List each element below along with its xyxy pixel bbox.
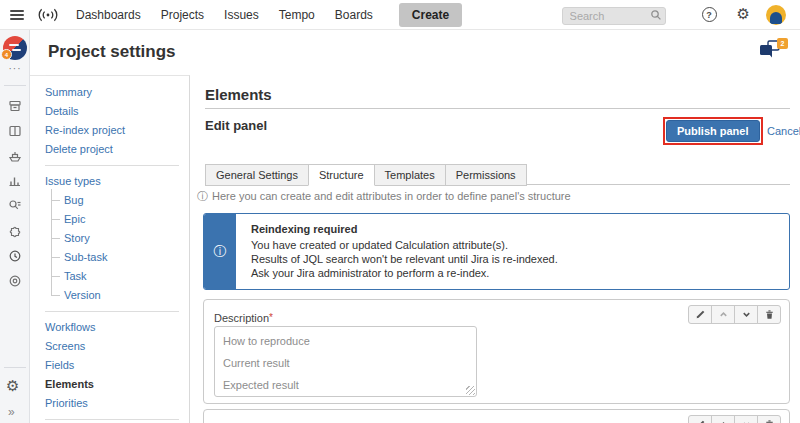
textarea-line: How to reproduce <box>223 330 468 352</box>
cancel-link[interactable]: Cancel <box>767 125 800 137</box>
menu-item-bug[interactable]: Bug <box>64 191 179 210</box>
menu-divider <box>45 311 179 312</box>
broadcast-logo-icon[interactable] <box>36 7 60 23</box>
panel-tabs: General Settings Structure Templates Per… <box>205 164 526 186</box>
project-settings-gear-icon[interactable]: ⚙ <box>6 379 19 394</box>
notice-body: Reindexing required You have created or … <box>251 222 779 280</box>
rail-more-icon[interactable]: ··· <box>0 63 30 74</box>
menu-item-workflows[interactable]: Workflows <box>45 318 179 337</box>
feedback-chat-icon[interactable]: 2 <box>758 38 788 64</box>
rail-divider <box>4 367 26 368</box>
menu-item-epic-link[interactable]: Epic <box>64 210 179 229</box>
menu-item-epic[interactable]: Epic <box>64 210 179 229</box>
project-settings-menu: Summary Details Re-index project Delete … <box>30 75 190 423</box>
menu-item-issue-types[interactable]: Issue types <box>45 172 179 191</box>
menu-item-task[interactable]: Task <box>64 267 179 286</box>
project-avatar-badge: 4 <box>1 49 12 60</box>
nav-item-issues[interactable]: Issues <box>224 8 259 22</box>
notice-stripe: ⓘ <box>204 214 236 289</box>
notification-badge: 2 <box>777 38 788 49</box>
menu-item-delete-project[interactable]: Delete project <box>45 140 179 159</box>
section-divider <box>205 108 790 109</box>
field-label: Description* <box>214 312 273 324</box>
menu-item-subtask[interactable]: Sub-task <box>64 248 179 267</box>
menu-item-screens[interactable]: Screens <box>45 337 179 356</box>
menu-item-summary[interactable]: Summary <box>45 83 179 102</box>
publish-panel-button[interactable]: Publish panel <box>666 120 760 142</box>
tab-general-settings[interactable]: General Settings <box>205 164 309 186</box>
help-icon[interactable]: ? <box>702 7 717 22</box>
nav-item-dashboards[interactable]: Dashboards <box>76 8 141 22</box>
annotation-highlight-box: Publish panel <box>663 117 763 145</box>
edit-attribute-button[interactable] <box>688 305 712 324</box>
menu-item-details[interactable]: Details <box>45 102 179 121</box>
project-icon-rail: 4 ··· ⚙ » <box>0 30 30 423</box>
attribute-panel-description: Description* How to reproduce Current re… <box>203 299 790 404</box>
notice-line: Results of JQL search won't be relevant … <box>251 252 779 266</box>
reindex-notice: ⓘ Reindexing required You have created o… <box>203 213 790 290</box>
move-up-button[interactable] <box>711 305 735 324</box>
structure-hint: ⓘ Here you can create and edit attribute… <box>197 190 571 202</box>
move-down-button[interactable] <box>734 415 758 423</box>
menu-item-version-link[interactable]: Version <box>64 286 179 305</box>
content-area: Elements Edit panel Publish panel Cancel… <box>191 75 800 423</box>
move-down-button[interactable] <box>734 305 758 324</box>
menu-item-task-link[interactable]: Task <box>64 267 179 286</box>
project-avatar-logo[interactable]: 4 <box>3 36 27 60</box>
issue-types-tree: Bug Epic Story Sub-task Task Version <box>51 191 179 305</box>
search-icon <box>650 9 662 21</box>
menu-item-story-link[interactable]: Story <box>64 229 179 248</box>
create-button[interactable]: Create <box>399 3 462 27</box>
attribute-panel-next <box>203 409 790 423</box>
textarea-line: Expected result <box>223 374 468 396</box>
menu-item-story[interactable]: Story <box>64 229 179 248</box>
admin-gear-icon[interactable]: ⚙ <box>737 7 750 22</box>
menu-divider <box>45 419 179 420</box>
user-avatar[interactable] <box>766 5 786 25</box>
resize-handle[interactable] <box>466 386 475 395</box>
tempo-clock-icon[interactable] <box>7 248 23 264</box>
info-icon: ⓘ <box>197 191 208 202</box>
delete-attribute-button[interactable] <box>757 415 781 423</box>
attribute-actions <box>689 305 781 324</box>
notice-title: Reindexing required <box>251 222 779 236</box>
textarea-line: Current result <box>223 352 468 374</box>
target-icon[interactable] <box>7 273 23 289</box>
hamburger-menu-icon[interactable] <box>10 10 24 20</box>
section-title: Elements <box>205 86 272 103</box>
tab-permissions[interactable]: Permissions <box>445 164 527 186</box>
notice-line: Ask your Jira administrator to perform a… <box>251 266 779 280</box>
edit-panel-title: Edit panel <box>205 118 267 133</box>
issues-search-icon[interactable] <box>7 198 23 214</box>
description-textarea[interactable]: How to reproduce Current result Expected… <box>214 326 477 397</box>
menu-item-reindex-project[interactable]: Re-index project <box>45 121 179 140</box>
menu-item-priorities[interactable]: Priorities <box>45 394 179 413</box>
tab-structure[interactable]: Structure <box>308 164 375 186</box>
app-window: Dashboards Projects Issues Tempo Boards … <box>0 0 800 423</box>
nav-item-boards[interactable]: Boards <box>335 8 373 22</box>
menu-item-subtask-link[interactable]: Sub-task <box>64 248 179 267</box>
attribute-actions <box>689 415 781 423</box>
tab-templates[interactable]: Templates <box>374 164 446 186</box>
components-puzzle-icon[interactable] <box>7 223 23 239</box>
nav-item-projects[interactable]: Projects <box>161 8 204 22</box>
menu-item-elements[interactable]: Elements <box>45 375 179 394</box>
menu-item-fields[interactable]: Fields <box>45 356 179 375</box>
menu-item-bug-link[interactable]: Bug <box>64 191 179 210</box>
rail-divider <box>4 85 26 86</box>
edit-attribute-button[interactable] <box>688 415 712 423</box>
move-up-button[interactable] <box>711 415 735 423</box>
backlog-icon[interactable] <box>7 98 23 114</box>
delete-attribute-button[interactable] <box>757 305 781 324</box>
required-indicator: * <box>269 312 273 323</box>
field-label-text: Description <box>214 312 269 324</box>
expand-sidebar-icon[interactable]: » <box>8 405 15 419</box>
reports-chart-icon[interactable] <box>7 173 23 189</box>
board-columns-icon[interactable] <box>7 123 23 139</box>
notice-info-icon: ⓘ <box>214 243 227 261</box>
nav-item-tempo[interactable]: Tempo <box>279 8 315 22</box>
menu-item-version[interactable]: Version <box>64 286 179 305</box>
notice-line: You have created or updated Calculation … <box>251 238 779 252</box>
menu-divider <box>45 165 179 166</box>
releases-ship-icon[interactable] <box>7 148 23 164</box>
